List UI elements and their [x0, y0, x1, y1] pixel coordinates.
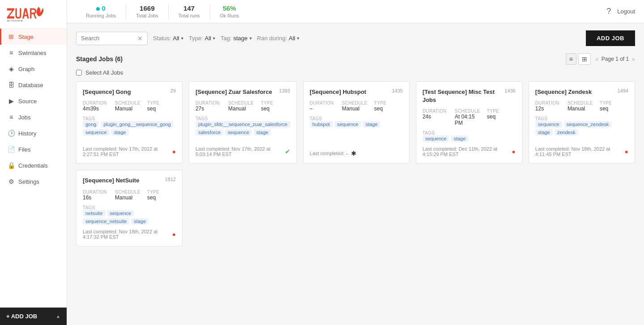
- job-card[interactable]: [Sequence] Gong 29 DURATION 4m39s SCHEDU…: [76, 81, 182, 164]
- sidebar-item-graph[interactable]: ◈ Graph: [0, 61, 67, 77]
- sidebar-item-database[interactable]: 🗄 Database: [0, 77, 67, 93]
- select-all-label[interactable]: Select All Jobs: [85, 69, 123, 76]
- tag[interactable]: netsuite: [83, 210, 106, 216]
- sidebar-add-job-button[interactable]: + ADD JOB ▲: [0, 308, 67, 325]
- tag[interactable]: stage: [535, 129, 553, 135]
- tag-filter[interactable]: Tag: stage ▾: [220, 35, 251, 42]
- schedule-key: SCHEDULE: [115, 101, 144, 106]
- card-meta: DURATION – SCHEDULE Manual TYPE seq: [310, 101, 403, 112]
- last-completed-text: Last completed: Nov 18th, 2022 at 4:17:3…: [83, 229, 169, 240]
- sidebar-item-files[interactable]: 📄 Files: [0, 141, 67, 157]
- tag[interactable]: plugin_sfdc__sequence_zuar_salesforce: [195, 121, 290, 127]
- tag[interactable]: sequence_zendesk: [564, 121, 612, 127]
- sidebar: RUNNER ⊞ Stage ≡ Swimlanes ◈ Graph 🗄 Dat…: [0, 0, 67, 325]
- tag[interactable]: stage: [363, 121, 380, 127]
- duration-key: DURATION: [535, 101, 564, 106]
- files-icon: 📄: [8, 146, 15, 153]
- tag[interactable]: gong: [83, 121, 99, 127]
- sidebar-item-credentials[interactable]: 🔒 Credentials: [0, 157, 67, 173]
- status-filter-label: Status:: [153, 35, 171, 42]
- sidebar-item-swimlanes[interactable]: ≡ Swimlanes: [0, 45, 67, 61]
- list-view-button[interactable]: ≡: [566, 53, 576, 65]
- schedule-key: SCHEDULE: [115, 190, 144, 194]
- duration-key: DURATION: [423, 109, 451, 114]
- tag[interactable]: sequence: [423, 135, 449, 142]
- tag[interactable]: zendesk: [555, 129, 578, 135]
- grid-view-button[interactable]: ⊞: [578, 53, 591, 65]
- tag[interactable]: sequence: [83, 129, 110, 135]
- job-card[interactable]: [Sequence] Zendesk 1494 DURATION 12s SCH…: [529, 81, 635, 164]
- schedule-key: SCHEDULE: [228, 101, 257, 106]
- history-icon: 🕑: [8, 130, 15, 137]
- tags-group: TAGS sequencesequence_zendeskstagezendes…: [535, 116, 628, 135]
- source-icon: ▶: [8, 97, 15, 105]
- card-meta: DURATION 27s SCHEDULE Manual TYPE seq: [195, 101, 290, 112]
- tags-key: TAGS: [195, 116, 290, 121]
- schedule-group: SCHEDULE Manual: [115, 190, 144, 201]
- sidebar-item-label-database: Database: [18, 82, 43, 89]
- sidebar-item-label-swimlanes: Swimlanes: [18, 50, 47, 56]
- schedule-group: SCHEDULE At 04:15 PM: [455, 109, 483, 126]
- help-icon[interactable]: ?: [606, 7, 611, 16]
- type-key: TYPE: [147, 101, 176, 106]
- card-header: [Test Sequence] Misc Test Jobs 1436: [423, 88, 516, 104]
- clear-search-icon[interactable]: ✕: [137, 35, 143, 42]
- logout-button[interactable]: Logout: [617, 8, 635, 15]
- tag[interactable]: sequence: [535, 121, 562, 127]
- schedule-group: SCHEDULE Manual: [115, 101, 144, 112]
- job-card[interactable]: [Test Sequence] Misc Test Jobs 1436 DURA…: [416, 81, 522, 164]
- schedule-key: SCHEDULE: [568, 101, 596, 106]
- type-filter-value: All: [205, 35, 211, 42]
- prev-page-button[interactable]: «: [595, 55, 599, 63]
- sidebar-nav: ⊞ Stage ≡ Swimlanes ◈ Graph 🗄 Database ▶…: [0, 29, 67, 307]
- database-icon: 🗄: [8, 81, 15, 89]
- card-meta: DURATION 4m39s SCHEDULE Manual TYPE seq: [83, 101, 176, 112]
- sidebar-item-stage[interactable]: ⊞ Stage: [0, 29, 67, 45]
- tag[interactable]: stage: [254, 129, 271, 135]
- stat-label-total-runs: Total runs: [178, 13, 200, 19]
- sidebar-item-settings[interactable]: ⚙ Settings: [0, 173, 67, 190]
- sidebar-item-label-jobs: Jobs: [18, 114, 30, 121]
- job-card[interactable]: [Sequence] Hubspot 1435 DURATION – SCHED…: [303, 81, 410, 164]
- stat-value-total-jobs: 1669: [140, 4, 154, 13]
- schedule-group: SCHEDULE Manual: [568, 101, 596, 112]
- next-page-button[interactable]: »: [631, 55, 635, 63]
- tag[interactable]: stage: [131, 218, 148, 224]
- tag[interactable]: sequence: [225, 129, 252, 135]
- card-footer: Last completed: Nov 18th, 2022 at 4:11:4…: [535, 146, 628, 157]
- duration-value: –: [310, 106, 339, 112]
- tag[interactable]: sequence: [107, 210, 134, 216]
- tag[interactable]: sequence_netsuite: [83, 218, 129, 224]
- duration-key: DURATION: [310, 101, 339, 106]
- sidebar-item-history[interactable]: 🕑 History: [0, 125, 67, 141]
- add-job-button[interactable]: ADD JOB: [586, 30, 635, 46]
- stat-value-total-runs: 147: [183, 4, 195, 13]
- ran-during-filter[interactable]: Ran during: All ▾: [257, 35, 300, 42]
- select-all-checkbox[interactable]: [76, 70, 82, 76]
- tag[interactable]: plugin_gong__sequence_gong: [101, 121, 173, 127]
- tag[interactable]: stage: [111, 129, 129, 135]
- card-id: 1435: [392, 88, 402, 93]
- schedule-group: SCHEDULE Manual: [342, 101, 371, 112]
- job-card[interactable]: [Sequence] Zuar Salesforce 1393 DURATION…: [189, 81, 297, 164]
- section-title: Staged Jobs (6): [76, 55, 123, 63]
- sidebar-item-source[interactable]: ▶ Source: [0, 93, 67, 109]
- job-card[interactable]: [Sequence] NetSuite 1812 DURATION 16s SC…: [76, 170, 182, 246]
- sidebar-item-jobs[interactable]: ≡ Jobs: [0, 109, 67, 125]
- card-meta: DURATION 24s SCHEDULE At 04:15 PM TYPE s…: [423, 109, 516, 126]
- sidebar-item-label-stage: Stage: [18, 34, 34, 40]
- card-id: 1812: [165, 177, 176, 182]
- search-input[interactable]: [81, 35, 136, 42]
- duration-group: DURATION 24s: [423, 109, 451, 126]
- status-filter[interactable]: Status: All ▾: [153, 35, 183, 42]
- type-filter[interactable]: Type: All ▾: [189, 35, 215, 42]
- topbar-stat-total-runs: 147Total runs: [169, 4, 210, 19]
- content-area: ✕ Status: All ▾ Type: All ▾ Tag: stage ▾…: [67, 23, 644, 325]
- card-id: 1393: [279, 88, 290, 93]
- tag[interactable]: stage: [451, 135, 468, 142]
- tag[interactable]: salesforce: [195, 129, 223, 135]
- tag[interactable]: sequence: [335, 121, 361, 127]
- tag[interactable]: hubspot: [310, 121, 333, 127]
- card-tags: sequencesequence_zendeskstagezendesk: [535, 121, 628, 135]
- tags-key: TAGS: [535, 116, 628, 121]
